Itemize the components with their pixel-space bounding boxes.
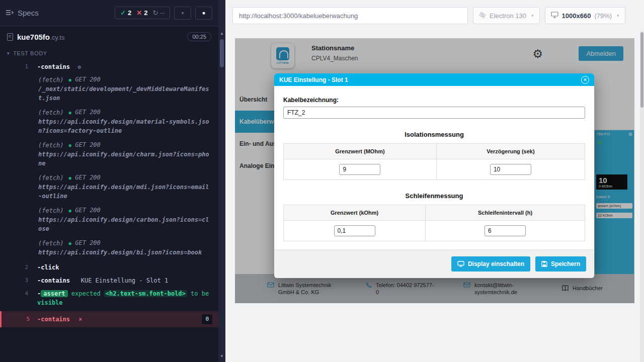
gear-icon[interactable]: ⚙ <box>77 64 81 70</box>
check-icon: ✓ <box>120 9 126 17</box>
runner-scrollbar-thumb[interactable] <box>220 39 224 67</box>
spec-extension: .cy.ts <box>50 34 64 41</box>
table-cell <box>436 159 585 180</box>
passed-stat: ✓2 <box>120 9 131 17</box>
close-icon[interactable]: ✕ <box>581 76 589 84</box>
spec-file-icon <box>7 33 13 41</box>
log-step-contains-2[interactable]: 3 -contains KUE Einstellung - Slot 1 <box>0 274 218 287</box>
test-body-toggle[interactable]: ▾ TEST BODY <box>0 47 218 60</box>
cmd-name: contains <box>41 277 70 284</box>
cmd-name: click <box>41 264 59 271</box>
browser-select[interactable]: Electron 130 ▾ <box>473 7 540 24</box>
status-dot-icon: ● <box>69 77 71 82</box>
fetch-label: (fetch) <box>38 108 64 117</box>
specs-button[interactable]: Specs <box>6 9 39 17</box>
fetch-label: (fetch) <box>38 206 64 215</box>
assert-target-element: <h2.text-sm.font-bold> <box>104 290 187 297</box>
schleifenintervall-input[interactable] <box>485 225 526 236</box>
fetch-method: GET 200 <box>75 109 101 116</box>
grenzwert-kohm-input[interactable] <box>334 225 375 236</box>
step-number: 5 <box>2 315 30 324</box>
chevron-down-icon: ▾ <box>531 13 534 18</box>
column-header: Grenzwert (kOhm) <box>284 205 426 221</box>
fetch-method: GET 200 <box>75 174 101 181</box>
fetch-url: https://api.iconify.design/material-symb… <box>38 117 209 135</box>
viewport-zoom: (79%) <box>594 12 612 20</box>
isolationsmessung-title: Isolationsmessung <box>283 131 585 138</box>
step-number: 3 <box>0 276 28 285</box>
aut-stage: Electron 130 ▾ 1000x660 (79%) ▾ LITTWIN <box>225 0 644 362</box>
scroll-down-icon[interactable]: ▼ <box>218 353 225 360</box>
match-count-badge: 0 <box>202 314 212 324</box>
spec-duration-badge: 00:25 <box>187 32 211 41</box>
display-einschalten-button[interactable]: Display einschalten <box>451 256 530 272</box>
spec-name: kue705fo.cy.ts <box>17 33 64 41</box>
save-floppy-icon <box>541 261 547 267</box>
assert-mid: to be <box>191 290 209 297</box>
fetch-url: https://api.iconify.design/bi.json?icons… <box>38 248 209 257</box>
status-dot-icon: ● <box>69 208 71 213</box>
fetch-log-entry[interactable]: (fetch)● GET 200 https://api.iconify.des… <box>0 107 218 139</box>
electron-icon <box>479 12 486 20</box>
viewport-icon <box>551 12 558 20</box>
step-number: 4 <box>0 289 28 298</box>
status-dot-icon: ● <box>69 241 71 246</box>
runner-header: Specs ✓2 ✕2 ↻-- ▾ ■ <box>0 0 218 26</box>
command-log: 1 -contains ⚙ (fetch)● GET 200 /_next/st… <box>0 60 218 327</box>
display-icon <box>457 261 464 267</box>
schleifenmessung-table: Grenzwert (kOhm) Schleifenintervall (h) <box>283 205 585 241</box>
scroll-up-icon[interactable]: ▲ <box>218 30 225 37</box>
refresh-icon: ↻ <box>152 9 158 17</box>
kabelbezeichnung-input[interactable] <box>283 107 585 119</box>
kue-settings-modal: KUE Einstellung - Slot 1 ✕ Kabelbezeichn… <box>274 73 594 278</box>
fetch-label: (fetch) <box>38 141 64 150</box>
collapse-button[interactable]: ▾ <box>174 7 191 20</box>
fetch-log-entry[interactable]: (fetch)● GET 200 https://api.iconify.des… <box>0 237 218 261</box>
runner-scrollbar[interactable]: ▲ ▼ <box>218 0 225 362</box>
stop-button[interactable]: ■ <box>195 7 212 20</box>
step-number: 1 <box>0 62 28 71</box>
fetch-label: (fetch) <box>38 75 64 84</box>
fetch-url: https://api.iconify.design/mdi.json?icon… <box>38 183 209 201</box>
failed-stat: ✕2 <box>136 9 147 17</box>
pending-stat: ↻-- <box>152 9 165 17</box>
fetch-url: /_next/static/development/_devMiddleware… <box>38 84 209 103</box>
chevron-down-icon: ▾ <box>182 11 184 16</box>
stop-icon: ■ <box>202 11 205 16</box>
fetch-method: GET 200 <box>75 141 101 148</box>
browser-toolbar: Electron 130 ▾ 1000x660 (79%) ▾ <box>225 0 644 31</box>
url-input[interactable] <box>232 7 468 24</box>
column-header: Schleifenintervall (h) <box>426 205 585 221</box>
kabelbezeichnung-label: Kabelbezeichnung: <box>283 97 585 104</box>
assert-visible: visible <box>37 299 63 306</box>
table-cell <box>284 221 426 241</box>
log-step-contains-failed[interactable]: 5 -contains × 0 <box>0 311 218 327</box>
fetch-log-entry[interactable]: (fetch)● GET 200 /_next/static/developme… <box>0 74 218 107</box>
speichern-button[interactable]: Speichern <box>535 256 586 272</box>
cmd-name: contains <box>41 63 70 70</box>
cmd-argument-text: KUE Einstellung - Slot 1 <box>81 277 168 284</box>
log-step-assert[interactable]: 4 -assert expected <h2.text-sm.font-bold… <box>0 287 218 309</box>
spec-row[interactable]: kue705fo.cy.ts 00:25 <box>0 26 218 47</box>
fetch-url: https://api.iconify.design/carbon.json?i… <box>38 215 209 233</box>
grenzwert-mohm-input[interactable] <box>339 164 380 175</box>
verzoegerung-sek-input[interactable] <box>490 164 531 175</box>
browser-name: Electron 130 <box>490 12 526 20</box>
chevron-down-icon: ▾ <box>617 13 619 18</box>
page-scrollbar-thumb[interactable] <box>640 32 643 108</box>
cmd-argument <box>73 277 80 284</box>
fetch-log-entry[interactable]: (fetch)● GET 200 https://api.iconify.des… <box>0 205 218 237</box>
viewport-select[interactable]: 1000x660 (79%) ▾ <box>545 7 625 24</box>
modal-footer: Display einschalten Speichern <box>274 249 594 278</box>
isolationsmessung-table: Grenzwert (MOhm) Verzögerung (sek) <box>283 143 585 180</box>
fetch-log-entry[interactable]: (fetch)● GET 200 https://api.iconify.des… <box>0 172 218 205</box>
column-header: Grenzwert (MOhm) <box>284 144 437 159</box>
page-scrollbar[interactable] <box>640 31 644 362</box>
fetch-method: GET 200 <box>75 207 101 214</box>
table-cell <box>284 159 437 180</box>
fetch-log-entry[interactable]: (fetch)● GET 200 https://api.iconify.des… <box>0 139 218 172</box>
log-step-contains-1[interactable]: 1 -contains ⚙ <box>0 60 218 74</box>
cypress-runner-panel: Specs ✓2 ✕2 ↻-- ▾ ■ kue705fo.cy.ts 00:25… <box>0 0 218 362</box>
fetch-url: https://api.iconify.design/charm.json?ic… <box>38 150 209 168</box>
log-step-click[interactable]: 2 -click <box>0 261 218 274</box>
